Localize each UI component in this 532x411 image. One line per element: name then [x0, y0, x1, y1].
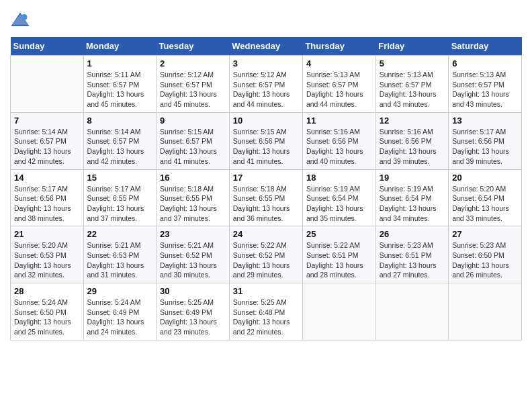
day-number: 8: [87, 116, 153, 126]
calendar-cell: 21Sunrise: 5:20 AM Sunset: 6:53 PM Dayli…: [11, 226, 84, 283]
day-info: Sunrise: 5:23 AM Sunset: 6:51 PM Dayligh…: [380, 240, 445, 280]
day-info: Sunrise: 5:15 AM Sunset: 6:56 PM Dayligh…: [233, 127, 299, 167]
day-info: Sunrise: 5:14 AM Sunset: 6:57 PM Dayligh…: [87, 127, 153, 167]
day-number: 11: [306, 116, 372, 126]
logo-icon: [10, 10, 30, 30]
day-info: Sunrise: 5:24 AM Sunset: 6:49 PM Dayligh…: [87, 298, 153, 337]
calendar-table: SundayMondayTuesdayWednesdayThursdayFrid…: [10, 37, 522, 340]
page-header: [10, 10, 522, 30]
day-info: Sunrise: 5:19 AM Sunset: 6:54 PM Dayligh…: [380, 184, 445, 224]
day-info: Sunrise: 5:17 AM Sunset: 6:55 PM Dayligh…: [87, 184, 153, 224]
week-row-1: 1Sunrise: 5:11 AM Sunset: 6:57 PM Daylig…: [11, 56, 522, 113]
calendar-cell: 22Sunrise: 5:21 AM Sunset: 6:53 PM Dayli…: [83, 226, 157, 283]
week-row-5: 28Sunrise: 5:24 AM Sunset: 6:50 PM Dayli…: [11, 283, 522, 340]
day-number: 31: [233, 286, 299, 296]
day-info: Sunrise: 5:16 AM Sunset: 6:56 PM Dayligh…: [306, 127, 372, 167]
day-info: Sunrise: 5:24 AM Sunset: 6:50 PM Dayligh…: [14, 298, 80, 337]
day-header-sunday: Sunday: [11, 37, 84, 56]
day-info: Sunrise: 5:22 AM Sunset: 6:51 PM Dayligh…: [306, 240, 372, 280]
day-number: 15: [87, 173, 153, 183]
day-number: 10: [233, 116, 299, 126]
day-number: 25: [306, 229, 372, 239]
calendar-cell: 24Sunrise: 5:22 AM Sunset: 6:52 PM Dayli…: [229, 226, 302, 283]
calendar-cell: 17Sunrise: 5:18 AM Sunset: 6:55 PM Dayli…: [229, 169, 302, 226]
day-header-friday: Friday: [375, 37, 448, 56]
day-number: 14: [14, 173, 80, 183]
day-number: 23: [160, 229, 226, 239]
day-number: 17: [233, 173, 299, 183]
calendar-cell: [375, 283, 448, 340]
day-info: Sunrise: 5:18 AM Sunset: 6:55 PM Dayligh…: [233, 184, 299, 224]
calendar-cell: 3Sunrise: 5:12 AM Sunset: 6:57 PM Daylig…: [229, 56, 302, 113]
calendar-cell: 18Sunrise: 5:19 AM Sunset: 6:54 PM Dayli…: [302, 169, 375, 226]
day-info: Sunrise: 5:19 AM Sunset: 6:54 PM Dayligh…: [306, 184, 372, 224]
day-info: Sunrise: 5:14 AM Sunset: 6:57 PM Dayligh…: [14, 127, 80, 167]
calendar-cell: 11Sunrise: 5:16 AM Sunset: 6:56 PM Dayli…: [302, 112, 375, 169]
calendar-cell: 19Sunrise: 5:19 AM Sunset: 6:54 PM Dayli…: [375, 169, 448, 226]
day-header-thursday: Thursday: [302, 37, 375, 56]
day-number: 12: [380, 116, 445, 126]
calendar-cell: 23Sunrise: 5:21 AM Sunset: 6:52 PM Dayli…: [157, 226, 230, 283]
calendar-cell: 31Sunrise: 5:25 AM Sunset: 6:48 PM Dayli…: [229, 283, 302, 340]
day-info: Sunrise: 5:15 AM Sunset: 6:57 PM Dayligh…: [160, 127, 226, 167]
week-row-4: 21Sunrise: 5:20 AM Sunset: 6:53 PM Dayli…: [11, 226, 522, 283]
day-number: 2: [160, 58, 226, 68]
calendar-cell: 30Sunrise: 5:25 AM Sunset: 6:49 PM Dayli…: [157, 283, 230, 340]
day-number: 30: [160, 286, 226, 296]
day-number: 20: [452, 173, 518, 183]
week-row-2: 7Sunrise: 5:14 AM Sunset: 6:57 PM Daylig…: [11, 112, 522, 169]
day-header-wednesday: Wednesday: [229, 37, 302, 56]
calendar-cell: [449, 283, 522, 340]
calendar-body: 1Sunrise: 5:11 AM Sunset: 6:57 PM Daylig…: [11, 56, 522, 340]
calendar-cell: 12Sunrise: 5:16 AM Sunset: 6:56 PM Dayli…: [375, 112, 448, 169]
day-number: 1: [87, 58, 153, 68]
day-number: 28: [14, 286, 80, 296]
day-info: Sunrise: 5:25 AM Sunset: 6:48 PM Dayligh…: [233, 298, 299, 337]
day-number: 19: [380, 173, 445, 183]
week-row-3: 14Sunrise: 5:17 AM Sunset: 6:56 PM Dayli…: [11, 169, 522, 226]
day-number: 18: [306, 173, 372, 183]
day-number: 13: [452, 116, 518, 126]
calendar-header: SundayMondayTuesdayWednesdayThursdayFrid…: [11, 37, 522, 56]
day-info: Sunrise: 5:23 AM Sunset: 6:50 PM Dayligh…: [452, 240, 518, 280]
day-number: 16: [160, 173, 226, 183]
calendar-cell: 9Sunrise: 5:15 AM Sunset: 6:57 PM Daylig…: [157, 112, 230, 169]
day-number: 29: [87, 286, 153, 296]
calendar-cell: 26Sunrise: 5:23 AM Sunset: 6:51 PM Dayli…: [375, 226, 448, 283]
day-number: 4: [306, 58, 372, 68]
day-number: 26: [380, 229, 445, 239]
day-info: Sunrise: 5:21 AM Sunset: 6:53 PM Dayligh…: [87, 240, 153, 280]
day-header-monday: Monday: [83, 37, 157, 56]
calendar-cell: 20Sunrise: 5:20 AM Sunset: 6:54 PM Dayli…: [449, 169, 522, 226]
calendar-cell: [11, 56, 84, 113]
calendar-cell: 27Sunrise: 5:23 AM Sunset: 6:50 PM Dayli…: [449, 226, 522, 283]
calendar-cell: 6Sunrise: 5:13 AM Sunset: 6:57 PM Daylig…: [449, 56, 522, 113]
day-info: Sunrise: 5:25 AM Sunset: 6:49 PM Dayligh…: [160, 298, 226, 337]
day-number: 5: [380, 58, 445, 68]
day-info: Sunrise: 5:20 AM Sunset: 6:53 PM Dayligh…: [14, 240, 80, 280]
calendar-cell: 29Sunrise: 5:24 AM Sunset: 6:49 PM Dayli…: [83, 283, 157, 340]
day-info: Sunrise: 5:12 AM Sunset: 6:57 PM Dayligh…: [233, 70, 299, 109]
day-info: Sunrise: 5:16 AM Sunset: 6:56 PM Dayligh…: [380, 127, 445, 167]
logo: [10, 10, 33, 30]
day-info: Sunrise: 5:12 AM Sunset: 6:57 PM Dayligh…: [160, 70, 226, 109]
day-number: 21: [14, 229, 80, 239]
day-number: 7: [14, 116, 80, 126]
calendar-cell: 14Sunrise: 5:17 AM Sunset: 6:56 PM Dayli…: [11, 169, 84, 226]
calendar-cell: 16Sunrise: 5:18 AM Sunset: 6:55 PM Dayli…: [157, 169, 230, 226]
day-header-saturday: Saturday: [449, 37, 522, 56]
day-info: Sunrise: 5:18 AM Sunset: 6:55 PM Dayligh…: [160, 184, 226, 224]
day-number: 9: [160, 116, 226, 126]
calendar-cell: 7Sunrise: 5:14 AM Sunset: 6:57 PM Daylig…: [11, 112, 84, 169]
day-info: Sunrise: 5:17 AM Sunset: 6:56 PM Dayligh…: [14, 184, 80, 224]
day-info: Sunrise: 5:11 AM Sunset: 6:57 PM Dayligh…: [87, 70, 153, 109]
calendar-cell: 5Sunrise: 5:13 AM Sunset: 6:57 PM Daylig…: [375, 56, 448, 113]
day-info: Sunrise: 5:17 AM Sunset: 6:56 PM Dayligh…: [452, 127, 518, 167]
calendar-cell: 13Sunrise: 5:17 AM Sunset: 6:56 PM Dayli…: [449, 112, 522, 169]
day-info: Sunrise: 5:22 AM Sunset: 6:52 PM Dayligh…: [233, 240, 299, 280]
day-info: Sunrise: 5:21 AM Sunset: 6:52 PM Dayligh…: [160, 240, 226, 280]
calendar-cell: 1Sunrise: 5:11 AM Sunset: 6:57 PM Daylig…: [83, 56, 157, 113]
calendar-cell: [302, 283, 375, 340]
calendar-cell: 2Sunrise: 5:12 AM Sunset: 6:57 PM Daylig…: [157, 56, 230, 113]
day-number: 3: [233, 58, 299, 68]
